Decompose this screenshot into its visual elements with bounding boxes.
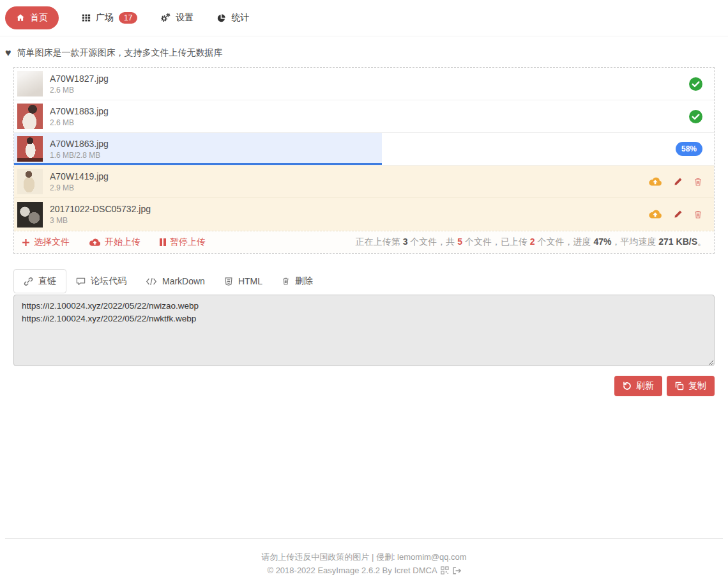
home-icon [16,13,25,22]
link-icon [24,277,33,286]
file-thumbnail [17,169,43,194]
tab-delete[interactable]: 删除 [272,270,322,293]
trash-icon [282,277,290,286]
file-size: 2.6 MB [50,86,109,95]
select-files-button[interactable]: 选择文件 [22,236,70,248]
file-thumbnail [17,104,43,129]
nav-stats[interactable]: 统计 [216,12,249,24]
file-row-uploading: A70W1863.jpg 1.6 MB/2.8 MB 58% [14,133,714,166]
edit-pencil-icon[interactable] [673,210,683,219]
gears-icon [160,13,171,23]
file-thumbnail [17,202,43,228]
file-size: 3 MB [50,216,151,225]
file-row: A70W1827.jpg 2.6 MB [14,68,714,100]
check-circle-icon [689,110,702,123]
plus-icon [22,238,30,247]
footer-copyright-text: © 2018-2022 EasyImage 2.6.2 By Icret DMC… [267,564,437,576]
tab-forum-code[interactable]: 论坛代码 [66,270,136,293]
nav-stats-label: 统计 [231,12,249,24]
upload-cloud-icon[interactable] [648,209,662,220]
start-upload-button[interactable]: 开始上传 [89,236,140,248]
tab-direct-link[interactable]: 直链 [13,269,66,293]
nav-gallery[interactable]: 广场 17 [82,12,137,24]
progress-percent-badge: 58% [676,142,702,156]
pause-upload-button[interactable]: 暂停上传 [160,236,206,248]
site-subtitle: ♥ 简单图床是一款开源图床，支持多文件上传无数据库 [5,47,723,59]
pause-icon [160,238,166,246]
upload-cloud-icon[interactable] [648,176,662,187]
nav-home[interactable]: 首页 [5,6,59,29]
file-name: A70W1827.jpg [50,73,109,84]
tab-markdown[interactable]: MarkDown [136,270,215,292]
refresh-button[interactable]: 刷新 [614,376,662,396]
footer: 请勿上传违反中国政策的图片 | 侵删: lemomim@qq.com © 201… [5,538,723,579]
subtitle-text: 简单图床是一款开源图床，支持多文件上传无数据库 [17,47,223,59]
file-row-pending: 20171022-DSC05732.jpg 3 MB [14,198,714,231]
nav-gallery-label: 广场 [96,12,114,24]
output-tabs: 直链 论坛代码 MarkDown HTML 删除 [13,269,715,293]
file-name: 20171022-DSC05732.jpg [50,204,151,215]
upload-action-bar: 选择文件 开始上传 暂停上传 正在上传第 3 个文件，共 5 个文件，已上传 2… [14,231,714,253]
code-icon [146,277,157,286]
html5-icon [224,277,233,286]
footer-policy-text: 请勿上传违反中国政策的图片 | 侵删: lemomim@qq.com [5,551,723,563]
delete-trash-icon[interactable] [694,210,702,219]
gallery-count-badge: 17 [119,12,137,24]
file-size: 2.9 MB [50,183,109,192]
file-size: 2.6 MB [50,118,109,127]
cloud-upload-icon [89,238,101,247]
comment-icon [76,277,86,286]
nav-home-label: 首页 [30,12,48,24]
pie-chart-icon [216,13,226,23]
file-name: A70W1419.jpg [50,171,109,182]
check-circle-icon [689,77,702,91]
copy-button[interactable]: 复制 [667,376,715,396]
upload-status-text: 正在上传第 3 个文件，共 5 个文件，已上传 2 个文件，进度 47%，平均速… [356,236,706,248]
output-buttons: 刷新 复制 [13,376,715,396]
tab-html[interactable]: HTML [215,270,272,292]
file-thumbnail [17,136,43,162]
delete-trash-icon[interactable] [694,177,702,187]
qr-code-icon[interactable] [441,566,449,575]
heart-icon: ♥ [5,47,11,59]
copy-icon [675,382,684,390]
links-output-textarea[interactable]: https://i2.100024.xyz/2022/05/22/nwizao.… [13,295,715,366]
grid-icon [82,13,91,22]
nav-settings-label: 设置 [176,12,193,24]
navbar: 首页 广场 17 设置 统计 [0,0,728,36]
file-name: A70W1883.jpg [50,106,109,117]
logout-icon[interactable] [452,566,461,575]
file-row-pending: A70W1419.jpg 2.9 MB [14,166,714,198]
file-name: A70W1863.jpg [50,139,109,150]
refresh-icon [623,382,632,390]
nav-settings[interactable]: 设置 [160,12,193,24]
upload-dropzone[interactable]: A70W1827.jpg 2.6 MB A70W1883.jpg 2.6 MB [13,67,715,254]
file-size: 1.6 MB/2.8 MB [50,151,109,160]
file-row: A70W1883.jpg 2.6 MB [14,100,714,133]
edit-pencil-icon[interactable] [673,177,683,187]
file-thumbnail [17,71,43,96]
